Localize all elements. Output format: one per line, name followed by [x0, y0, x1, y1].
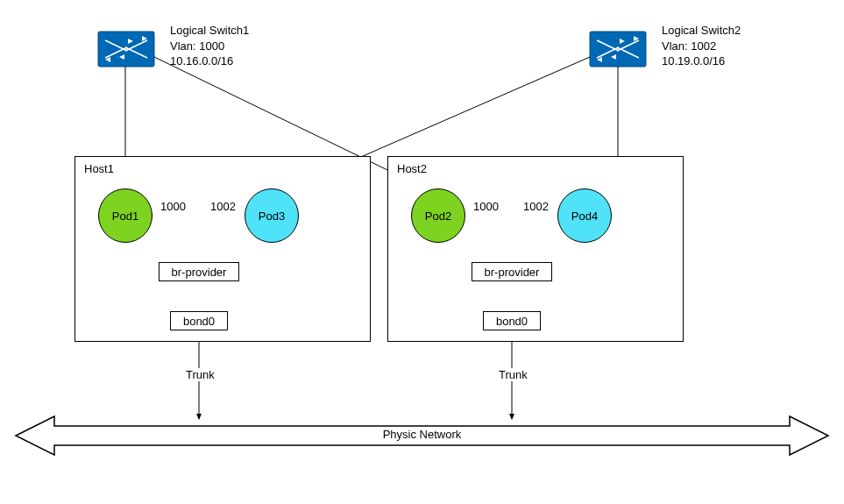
- svg-rect-0: [98, 32, 154, 67]
- svg-marker-17: [597, 57, 602, 62]
- svg-marker-5: [128, 39, 133, 44]
- svg-line-13: [617, 47, 639, 58]
- switch1-label: Logical Switch1 Vlan: 1000 10.16.0.0/16: [170, 23, 249, 69]
- physic-network-label: Physic Network: [383, 428, 462, 441]
- host2-vlan-right: 1002: [523, 200, 549, 213]
- svg-line-2: [125, 40, 147, 51]
- host1-trunk: Trunk: [184, 368, 216, 381]
- svg-marker-7: [142, 36, 147, 41]
- physic-network-arrow: [16, 416, 828, 455]
- pod1-label: Pod1: [112, 209, 138, 223]
- host2-bond: bond0: [483, 311, 541, 330]
- svg-marker-16: [634, 36, 639, 41]
- pod3: Pod3: [245, 188, 299, 243]
- host1-vlan-left: 1000: [160, 200, 186, 213]
- host1-bond: bond0: [170, 311, 228, 330]
- host1-label: Host1: [84, 162, 114, 175]
- svg-marker-14: [620, 39, 625, 44]
- pod4: Pod4: [557, 188, 612, 243]
- switch2-subnet: 10.19.0.0/16: [662, 53, 741, 69]
- pod2: Pod2: [411, 188, 465, 243]
- svg-rect-9: [590, 32, 646, 67]
- host1-bridge: br-provider: [159, 262, 239, 281]
- switch1-subnet: 10.16.0.0/16: [170, 53, 249, 69]
- switch1-icon: [98, 32, 154, 67]
- svg-marker-6: [119, 54, 124, 60]
- svg-marker-15: [611, 54, 616, 60]
- switch2-label: Logical Switch2 Vlan: 1002 10.19.0.0/16: [662, 23, 741, 69]
- svg-line-10: [597, 40, 619, 51]
- svg-line-3: [105, 47, 127, 58]
- host1-vlan-right: 1002: [210, 200, 236, 213]
- host2-bridge: br-provider: [472, 262, 552, 281]
- switch1-vlan: Vlan: 1000: [170, 39, 249, 54]
- switch2-name: Logical Switch2: [662, 23, 741, 39]
- switch2-vlan: Vlan: 1002: [662, 39, 741, 54]
- svg-marker-30: [16, 416, 828, 455]
- pod4-label: Pod4: [571, 209, 598, 223]
- pod1: Pod1: [98, 188, 152, 243]
- svg-line-1: [105, 40, 127, 51]
- host2-trunk: Trunk: [497, 368, 529, 381]
- host2-label: Host2: [397, 162, 427, 175]
- svg-line-4: [125, 47, 147, 58]
- svg-line-11: [617, 40, 639, 51]
- svg-line-12: [597, 47, 619, 58]
- switch2-icon: [590, 32, 646, 67]
- pod3-label: Pod3: [259, 209, 285, 223]
- pod2-label: Pod2: [425, 209, 451, 223]
- switch1-name: Logical Switch1: [170, 23, 249, 39]
- host2-vlan-left: 1000: [473, 200, 499, 213]
- svg-marker-8: [105, 57, 110, 62]
